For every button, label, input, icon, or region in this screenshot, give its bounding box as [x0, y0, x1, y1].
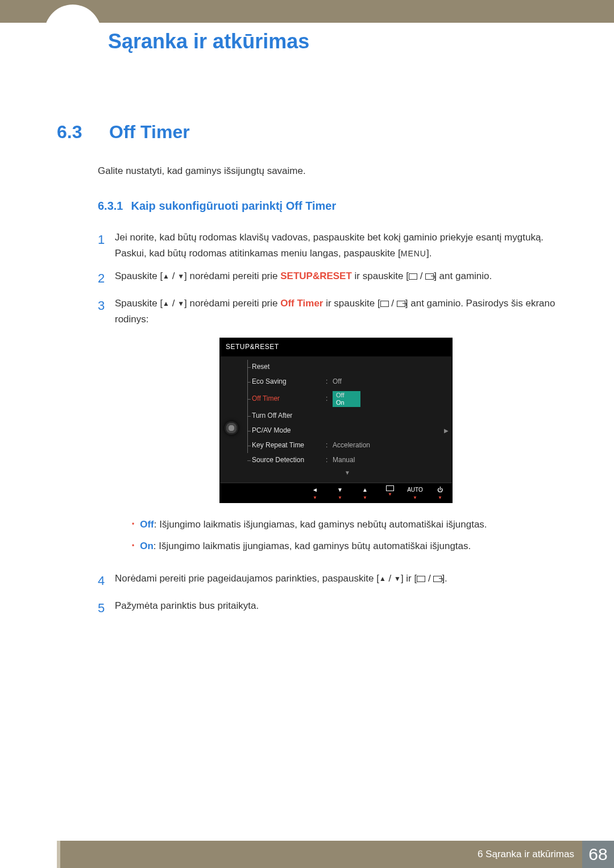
osd-footer-back: ◄▼ [306, 485, 323, 501]
step-4: 4 Norėdami pereiti prie pageidaujamos pa… [98, 571, 557, 591]
osd-footer-up: ▲▼ [356, 485, 374, 501]
section-intro: Galite nustatyti, kad gaminys išsijungtų… [98, 165, 557, 177]
step-body: Pažymėta parinktis bus pritaikyta. [115, 598, 557, 614]
step-body: Spauskite [▲ / ▼] norėdami pereiti prie … [115, 296, 557, 563]
step-number: 1 [98, 230, 115, 250]
box-icon [380, 301, 389, 307]
osd-title: SETUP&RESET [220, 338, 452, 356]
subsection-number: 6.3.1 [98, 200, 123, 213]
osd-screenshot: SETUP&RESET Reset Eco Sa [219, 338, 453, 503]
osd-footer-down: ▼▼ [331, 485, 349, 501]
down-icon: ▼ [177, 271, 184, 283]
osd-row-reset: Reset [243, 360, 452, 375]
section-heading: 6.3 Off Timer [57, 122, 557, 143]
section-title: Off Timer [109, 122, 190, 143]
osd-scroll-down: ▼ [243, 467, 452, 479]
osd-row-turnoff: Turn Off After [243, 409, 452, 423]
highlight-setup-reset: SETUP&RESET [280, 271, 352, 281]
step-number: 3 [98, 296, 115, 316]
step-body: Spauskite [▲ / ▼] norėdami pereiti prie … [115, 268, 557, 284]
osd-footer-enter: ▼ [381, 485, 399, 501]
subsection-title: Kaip sukonfigūruoti parinktį Off Timer [131, 200, 336, 213]
step-body: Norėdami pereiti prie pageidaujamos pari… [115, 571, 557, 587]
enter-icon [425, 273, 434, 280]
page-footer: 6 Sąranka ir atkūrimas 68 [0, 841, 614, 868]
osd-row-pcav: PC/AV Mode ▶ [243, 423, 452, 438]
up-icon: ▲ [379, 574, 386, 585]
up-icon: ▲ [163, 271, 169, 283]
bullet-icon: • [132, 517, 134, 531]
step-list: 1 Jei norite, kad būtų rodomas klavišų v… [98, 230, 557, 618]
osd-menu: Reset Eco Saving : Off Off Timer [243, 356, 452, 483]
step-body: Jei norite, kad būtų rodomas klavišų vad… [115, 230, 557, 261]
footer-accent [57, 841, 60, 868]
osd-body: Reset Eco Saving : Off Off Timer [220, 356, 452, 483]
step-5: 5 Pažymėta parinktis bus pritaikyta. [98, 598, 557, 618]
highlight-off-timer: Off Timer [280, 298, 323, 309]
down-icon: ▼ [394, 574, 401, 585]
subsection-heading: 6.3.1 Kaip sukonfigūruoti parinktį Off T… [98, 200, 557, 213]
step-3: 3 Spauskite [▲ / ▼] norėdami pereiti pri… [98, 296, 557, 563]
section-number: 6.3 [57, 122, 109, 143]
bullet-icon: • [132, 538, 134, 553]
box-icon [417, 576, 425, 582]
box-icon [409, 273, 417, 280]
osd-icon-column [220, 356, 243, 483]
step-number: 5 [98, 598, 115, 618]
up-icon: ▲ [163, 298, 169, 310]
enter-icon [397, 301, 405, 307]
osd-row-keyrepeat: Key Repeat Time : Acceleration [243, 438, 452, 453]
osd-row-off-timer: Off Timer : Off On [243, 389, 452, 409]
chevron-right-icon: ▶ [444, 426, 449, 436]
bullet-on: • On: Išjungimo laikmatis įjungiamas, ka… [132, 538, 557, 554]
osd-row-source: Source Detection : Manual [243, 453, 452, 468]
osd-dropdown: Off On [333, 391, 360, 407]
enter-icon [433, 576, 442, 582]
footer-page-number: 68 [582, 841, 614, 868]
step-number: 4 [98, 571, 115, 591]
step-1: 1 Jei norite, kad būtų rodomas klavišų v… [98, 230, 557, 261]
footer-chapter: 6 Sąranka ir atkūrimas [57, 841, 582, 868]
bullet-list: • Off: Išjungimo laikmatis išjungiamas, … [132, 517, 557, 554]
osd-row-eco: Eco Saving : Off [243, 375, 452, 389]
osd-footer-power: ⏻▼ [432, 485, 449, 501]
osd-footer: ◄▼ ▼▼ ▲▼ ▼ AUTO▼ ⏻▼ [220, 483, 452, 503]
gear-icon [225, 421, 238, 435]
step-2: 2 Spauskite [▲ / ▼] norėdami pereiti pri… [98, 268, 557, 289]
osd-footer-auto: AUTO▼ [406, 485, 424, 501]
bullet-off: • Off: Išjungimo laikmatis išjungiamas, … [132, 517, 557, 533]
chapter-badge [44, 5, 101, 61]
menu-label: MENU [401, 249, 426, 258]
step-number: 2 [98, 268, 115, 289]
page-content: 6.3 Off Timer Galite nustatyti, kad gami… [0, 53, 614, 618]
down-icon: ▼ [177, 298, 184, 310]
